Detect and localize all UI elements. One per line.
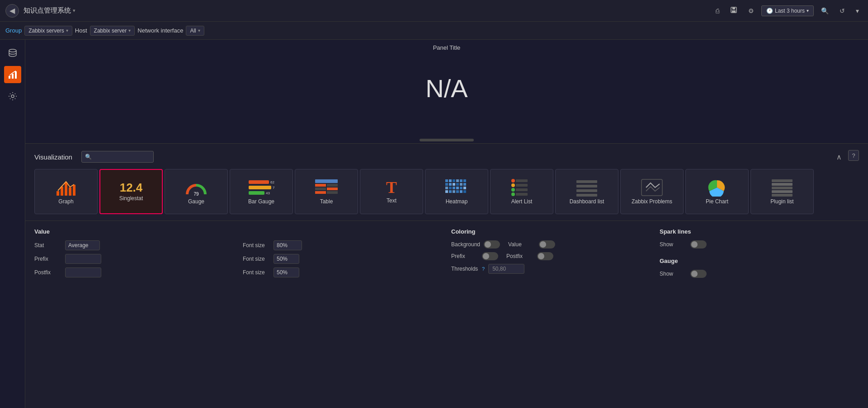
viz-item-piechart[interactable]: Pie Chart: [685, 169, 749, 214]
svg-point-7: [11, 95, 14, 98]
fontsize-select-2[interactable]: 50%60%70%80%: [274, 254, 299, 264]
fontsize-label-3: Font size: [243, 269, 270, 276]
value-toggle[interactable]: [539, 240, 555, 249]
svg-rect-51: [516, 179, 528, 182]
network-filter-select[interactable]: All ▾: [186, 26, 204, 36]
refresh-button[interactable]: ↺: [836, 5, 849, 16]
postfix-label: Postfix: [34, 269, 61, 276]
options-section: Value Stat Average Min Max Sum Count: [25, 221, 868, 289]
viz-item-text[interactable]: T Text: [360, 169, 423, 214]
refresh-dropdown[interactable]: ▾: [852, 5, 863, 16]
viz-item-singlestat[interactable]: 12.4 Singlestat: [99, 169, 163, 214]
time-range-button[interactable]: 🕐 Last 3 hours ▾: [761, 5, 814, 16]
viz-item-zabbixproblems[interactable]: Zabbix Problems: [620, 169, 684, 214]
sparklines-show-row: Show: [660, 240, 859, 249]
threshold-input[interactable]: [488, 264, 524, 274]
svg-rect-23: [315, 188, 326, 190]
postfix-toggle[interactable]: [537, 252, 553, 260]
host-filter-select[interactable]: Zabbix server ▾: [90, 26, 135, 36]
viz-item-singlestat-label: Singlestat: [119, 195, 143, 202]
settings-gear-button[interactable]: ⚙: [745, 5, 758, 16]
viz-item-heatmap[interactable]: Heatmap: [425, 169, 488, 214]
sidebar-icon-database[interactable]: [4, 44, 21, 61]
viz-item-dashboardlist-label: Dashboard list: [570, 198, 604, 205]
sidebar-icon-settings[interactable]: [4, 88, 21, 105]
save-button[interactable]: [726, 5, 741, 17]
network-filter-label: Network interface: [137, 27, 183, 34]
coloring-prefix-row: Prefix Postfix: [451, 252, 651, 260]
gauge-group: Gauge Show: [660, 258, 859, 278]
group-filter-select[interactable]: Zabbix servers ▾: [24, 26, 72, 36]
svg-rect-33: [445, 183, 448, 186]
panel-scrollbar[interactable]: [420, 139, 474, 141]
viz-item-gauge-label: Gauge: [188, 198, 204, 205]
svg-point-58: [511, 192, 515, 196]
viz-search-input[interactable]: [81, 151, 154, 163]
viz-item-alertlist-label: Alert List: [511, 198, 533, 205]
settings-panel[interactable]: Visualization 🔍 ∧ ?: [25, 144, 868, 408]
svg-rect-39: [445, 187, 448, 189]
viz-item-pluginlist[interactable]: Plugin list: [750, 169, 814, 214]
coloring-background-row: Background Value: [451, 240, 651, 249]
right-content: Panel Title N/A Visualization 🔍 ∧: [25, 40, 868, 408]
svg-rect-68: [772, 190, 793, 193]
svg-rect-36: [456, 183, 459, 186]
postfix-input[interactable]: [65, 267, 101, 277]
svg-rect-20: [315, 179, 338, 183]
viz-item-alertlist[interactable]: Alert List: [490, 169, 553, 214]
sparklines-show-toggle[interactable]: [690, 240, 707, 249]
svg-rect-42: [456, 187, 459, 189]
svg-rect-30: [456, 179, 459, 182]
svg-rect-66: [772, 183, 793, 186]
left-sidebar: [0, 40, 25, 408]
viz-item-graph[interactable]: Graph: [34, 169, 98, 214]
svg-rect-25: [315, 191, 326, 194]
svg-point-54: [511, 183, 515, 187]
viz-item-bargauge[interactable]: 62 76 43 Bar Gauge: [230, 169, 293, 214]
prefix-toggle[interactable]: [482, 252, 498, 260]
group-filter-label[interactable]: Group: [5, 27, 22, 34]
stat-row: Stat Average Min Max Sum Count Last: [34, 240, 234, 250]
viz-item-gauge[interactable]: 79 Gauge: [165, 169, 228, 214]
viz-search-icon: 🔍: [85, 154, 92, 160]
svg-rect-18: [249, 191, 264, 195]
svg-point-52: [511, 179, 515, 183]
viz-item-text-label: Text: [387, 197, 396, 204]
back-button[interactable]: ◀: [5, 4, 19, 18]
svg-point-56: [511, 188, 515, 192]
fontsize-select-1[interactable]: 80%50%60%70%90%100%: [274, 240, 302, 250]
svg-point-3: [9, 49, 16, 52]
svg-rect-26: [327, 191, 338, 194]
viz-item-piechart-label: Pie Chart: [706, 198, 728, 205]
viz-header: Visualization 🔍 ∧ ?: [34, 150, 859, 164]
visualization-section: Visualization 🔍 ∧ ?: [25, 144, 868, 221]
viz-item-dashboardlist[interactable]: Dashboard list: [555, 169, 618, 214]
viz-item-bargauge-label: Bar Gauge: [248, 198, 274, 205]
viz-help-button[interactable]: ?: [848, 150, 859, 161]
threshold-help-icon[interactable]: ?: [482, 266, 485, 272]
svg-rect-69: [772, 194, 793, 197]
coloring-value-label: Value: [508, 241, 535, 248]
viz-item-table[interactable]: Table: [295, 169, 358, 214]
fontsize-group-title: -: [243, 228, 442, 235]
coloring-background-label: Background: [451, 241, 480, 248]
fontsize-select-3[interactable]: 50%60%70%80%: [274, 267, 299, 277]
sidebar-icon-chart[interactable]: [4, 66, 21, 83]
viz-collapse-button[interactable]: ∧: [836, 153, 842, 161]
viz-item-table-label: Table: [320, 198, 333, 205]
coloring-postfix-label: Postfix: [506, 253, 533, 259]
background-toggle[interactable]: [484, 240, 500, 249]
svg-rect-1: [732, 7, 735, 9]
svg-rect-4: [9, 76, 10, 79]
share-button[interactable]: ⎙: [712, 5, 723, 16]
prefix-input[interactable]: [65, 254, 101, 264]
svg-rect-8: [57, 191, 59, 196]
coloring-group: Coloring Background Value Prefix Postfix: [451, 228, 651, 281]
svg-rect-29: [453, 179, 455, 182]
svg-rect-41: [453, 187, 455, 189]
app-title[interactable]: 知识点管理系统 ▾: [24, 6, 75, 15]
gauge-show-toggle[interactable]: [690, 270, 707, 278]
search-button[interactable]: 🔍: [817, 5, 832, 16]
stat-label: Stat: [34, 242, 61, 249]
stat-select[interactable]: Average Min Max Sum Count Last: [65, 240, 100, 250]
